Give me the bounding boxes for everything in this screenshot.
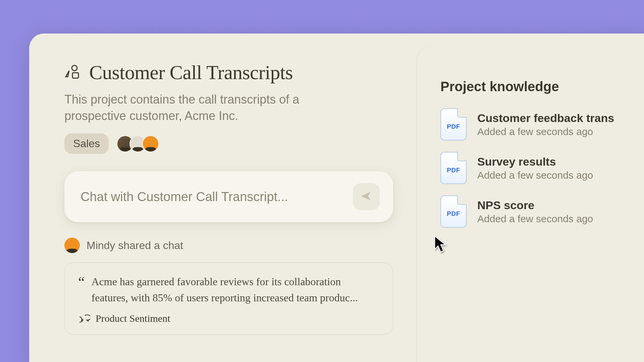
send-button[interactable] (353, 183, 380, 210)
main-column: Customer Call Transcripts This project c… (29, 34, 417, 362)
member-avatars[interactable] (117, 135, 159, 152)
project-header: Customer Call Transcripts (64, 61, 393, 84)
quote-text: Acme has garnered favorable reviews for … (92, 274, 379, 306)
project-title: Customer Call Transcripts (89, 61, 293, 84)
send-icon (360, 190, 373, 204)
project-icon (64, 64, 80, 81)
knowledge-panel: Project knowledge PDF Customer feedback … (417, 46, 644, 362)
chat-icon (79, 312, 90, 324)
chat-input[interactable]: Chat with Customer Call Transcript... (64, 171, 393, 222)
knowledge-file[interactable]: PDF Survey results Added a few seconds a… (440, 152, 644, 184)
avatar (142, 135, 159, 152)
shared-chat-label: Mindy shared a chat (87, 239, 183, 252)
chat-placeholder: Chat with Customer Call Transcript... (80, 190, 353, 204)
pdf-icon: PDF (440, 195, 467, 228)
shared-chat-card[interactable]: “ Acme has garnered favorable reviews fo… (64, 262, 393, 335)
chat-title: Product Sentiment (96, 313, 170, 324)
file-name: Customer feedback trans (477, 112, 614, 125)
file-timestamp: Added a few seconds ago (477, 213, 593, 225)
svg-point-0 (72, 65, 77, 71)
knowledge-title: Project knowledge (440, 79, 644, 94)
knowledge-file[interactable]: PDF Customer feedback trans Added a few … (440, 108, 644, 140)
pdf-icon: PDF (440, 152, 467, 184)
project-description: This project contains the call transcrip… (64, 92, 339, 124)
project-tag[interactable]: Sales (64, 133, 109, 154)
app-window: Customer Call Transcripts This project c… (29, 34, 644, 362)
knowledge-file[interactable]: PDF NPS score Added a few seconds ago (440, 195, 644, 228)
file-timestamp: Added a few seconds ago (477, 170, 593, 181)
quote-icon: “ (78, 275, 85, 306)
file-name: NPS score (477, 199, 593, 212)
shared-chat-header: Mindy shared a chat (64, 238, 393, 253)
avatar (64, 238, 80, 253)
file-timestamp: Added a few seconds ago (477, 126, 614, 137)
svg-rect-1 (72, 73, 78, 78)
file-name: Survey results (477, 155, 593, 168)
pdf-icon: PDF (440, 108, 467, 140)
project-meta: Sales (64, 133, 393, 154)
